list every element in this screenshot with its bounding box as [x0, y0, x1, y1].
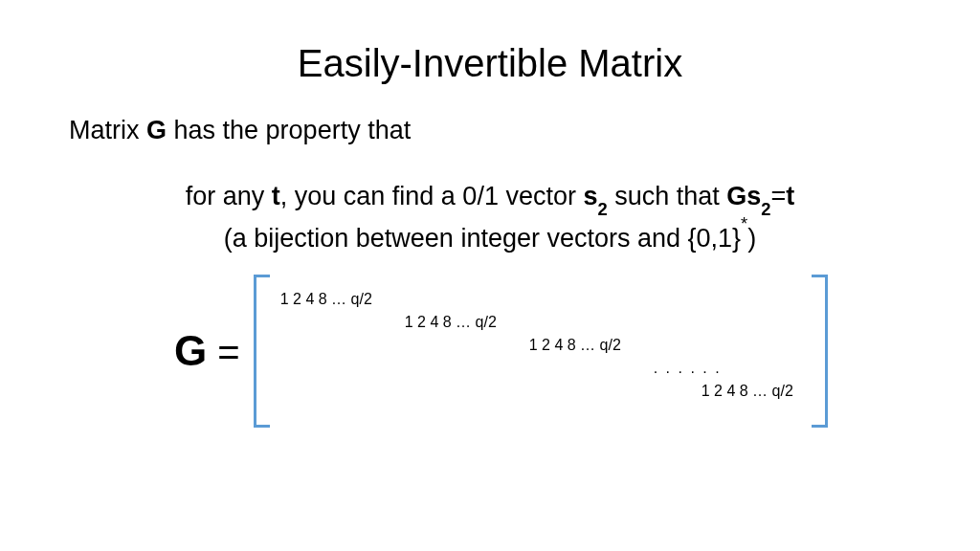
intro-line: Matrix G has the property that	[69, 116, 911, 145]
eq: =	[771, 182, 787, 210]
var-G: G	[146, 116, 167, 144]
right-bracket-icon	[812, 275, 828, 428]
text: (a bijection between integer vectors and…	[224, 224, 741, 253]
var-t2: t	[786, 182, 794, 210]
slide: Easily-Invertible Matrix Matrix G has th…	[0, 42, 980, 551]
left-bracket-icon	[254, 275, 270, 428]
matrix-row: 1 2 4 8 … q/2	[280, 288, 801, 311]
var-G-big: G	[174, 327, 207, 374]
matrix-body: 1 2 4 8 … q/2 1 2 4 8 … q/2 1 2 4 8 … q/…	[254, 275, 828, 428]
text: for any	[186, 182, 272, 210]
property-line: for any t, you can find a 0/1 vector s2 …	[69, 182, 911, 215]
matrix-rows: 1 2 4 8 … q/2 1 2 4 8 … q/2 1 2 4 8 … q/…	[280, 288, 801, 403]
var-Gs: Gs	[726, 182, 761, 210]
sup-star: *	[741, 213, 747, 233]
matrix-equation: G = 1 2 4 8 … q/2 1 2 4 8 … q/2 1 2 4 8 …	[174, 275, 911, 428]
text: , you can find a 0/1 vector	[280, 182, 584, 210]
text: has the property that	[167, 116, 411, 144]
text: )	[747, 224, 756, 253]
matrix-row: 1 2 4 8 … q/2	[280, 311, 801, 334]
equals: =	[207, 331, 239, 373]
text: such that	[608, 182, 727, 210]
text: Matrix	[69, 116, 146, 144]
sub-2: 2	[597, 199, 607, 219]
slide-body: Matrix G has the property that for any t…	[69, 116, 911, 428]
matrix-row-ellipsis: . . . . . .	[280, 357, 801, 380]
var-t: t	[272, 182, 280, 210]
bijection-line: (a bijection between integer vectors and…	[69, 221, 911, 253]
matrix-row: 1 2 4 8 … q/2	[280, 334, 801, 357]
matrix-label: G =	[174, 327, 240, 375]
slide-title: Easily-Invertible Matrix	[0, 42, 980, 85]
matrix-row: 1 2 4 8 … q/2	[280, 380, 801, 403]
var-s: s	[583, 182, 597, 210]
sub-2b: 2	[761, 199, 770, 219]
